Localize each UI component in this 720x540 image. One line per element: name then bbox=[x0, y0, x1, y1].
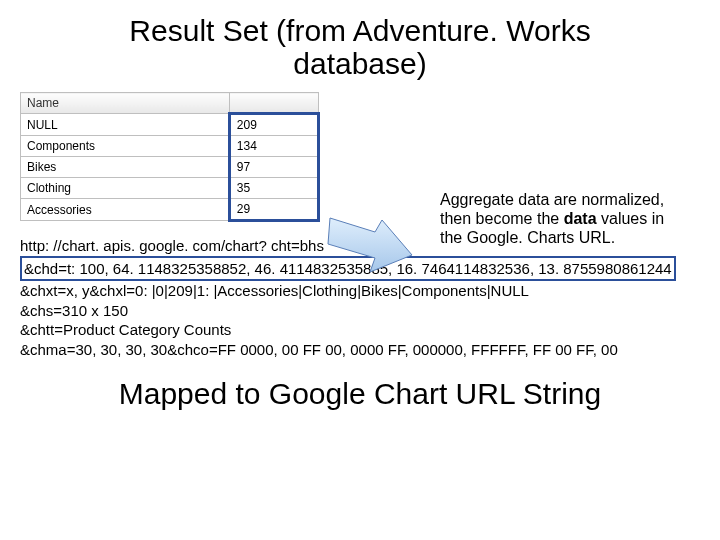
cell-name: NULL bbox=[21, 114, 230, 136]
table-row: NULL 209 bbox=[21, 114, 319, 136]
footer-title: Mapped to Google Chart URL String bbox=[0, 377, 720, 411]
col-header-value bbox=[229, 93, 318, 114]
result-table: Name NULL 209 Components 134 Bikes 97 Cl… bbox=[20, 92, 320, 222]
cell-value: 29 bbox=[229, 199, 318, 221]
table-row: Accessories 29 bbox=[21, 199, 319, 221]
cell-name: Clothing bbox=[21, 178, 230, 199]
cell-value: 209 bbox=[229, 114, 318, 136]
table-row: Bikes 97 bbox=[21, 157, 319, 178]
url-line: &chtt=Product Category Counts bbox=[20, 320, 700, 340]
col-header-name: Name bbox=[21, 93, 230, 114]
cell-value: 35 bbox=[229, 178, 318, 199]
cell-value: 97 bbox=[229, 157, 318, 178]
cell-value: 134 bbox=[229, 136, 318, 157]
url-line: &chs=310 x 150 bbox=[20, 301, 700, 321]
arrow-icon bbox=[320, 210, 420, 280]
cell-name: Bikes bbox=[21, 157, 230, 178]
table-header-row: Name bbox=[21, 93, 319, 114]
page-title: Result Set (from Adventure. Works databa… bbox=[0, 0, 720, 86]
cell-name: Accessories bbox=[21, 199, 230, 221]
url-line: &chxt=x, y&chxl=0: |0|209|1: |Accessorie… bbox=[20, 281, 700, 301]
cell-name: Components bbox=[21, 136, 230, 157]
callout-text: Aggregate data are normalized, then beco… bbox=[440, 190, 690, 248]
table-row: Clothing 35 bbox=[21, 178, 319, 199]
table-row: Components 134 bbox=[21, 136, 319, 157]
result-table-container: Name NULL 209 Components 134 Bikes 97 Cl… bbox=[20, 92, 320, 222]
url-line: &chma=30, 30, 30, 30&chco=FF 0000, 00 FF… bbox=[20, 340, 700, 360]
